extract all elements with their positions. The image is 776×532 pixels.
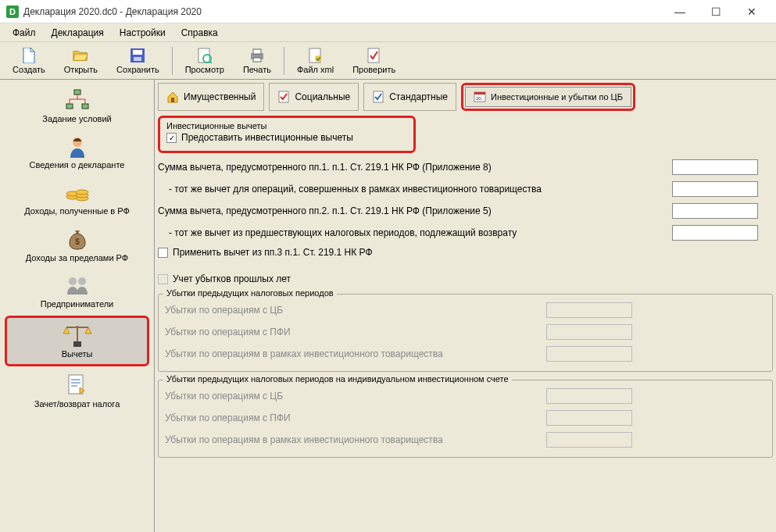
- new-file-icon: [21, 48, 37, 63]
- group-title-invest: Инвестиционные вычеты: [166, 121, 407, 130]
- label-deduction-1a: - тот же вычет для операций, совершенных…: [158, 184, 666, 195]
- input-loss-pfi: [546, 324, 632, 340]
- input-loss-it: [546, 346, 632, 362]
- svg-line-5: [209, 61, 212, 63]
- checkbox-apply-pp3-label: Применить вычет из пп.3 п.1. Ст. 219.1 Н…: [173, 247, 373, 258]
- menu-file[interactable]: Файл: [5, 25, 44, 41]
- tab-strip: Имущественный Социальные Стандартные 20.…: [158, 83, 773, 111]
- svg-point-22: [69, 277, 77, 285]
- input-deduction-1a[interactable]: [672, 181, 758, 197]
- print-icon: [249, 48, 265, 63]
- flowchart-icon: [63, 87, 91, 112]
- svg-rect-13: [66, 104, 73, 109]
- group-prev-losses: Убытки предыдущих налоговых периодов Убы…: [158, 294, 773, 372]
- svg-rect-11: [368, 48, 379, 62]
- app-icon: D: [6, 5, 19, 18]
- svg-text:20..: 20..: [476, 96, 484, 101]
- label-deduction-2a: - тот же вычет из предшествующих налогов…: [158, 227, 666, 238]
- menu-help[interactable]: Справка: [173, 25, 226, 41]
- tab-invest[interactable]: 20.. Инвестиционные и убытки по ЦБ: [465, 87, 631, 107]
- toolbar-create[interactable]: Создать: [5, 46, 53, 76]
- svg-rect-1: [133, 50, 142, 55]
- label-loss-it: Убытки по операциям в рамках инвестицион…: [165, 348, 540, 359]
- input-deduction-2[interactable]: [672, 203, 758, 219]
- checkbox-prev-losses[interactable]: [158, 274, 168, 284]
- tab-property[interactable]: Имущественный: [158, 83, 264, 111]
- svg-rect-8: [253, 58, 261, 62]
- toolbar-check[interactable]: Проверить: [345, 46, 403, 76]
- label-deduction-1: Сумма вычета, предусмотренного пп.1. п.1…: [158, 162, 666, 173]
- label-loss-iis-cb: Убытки по операциям с ЦБ: [165, 391, 540, 402]
- input-loss-iis-it: [546, 432, 632, 448]
- tab-social[interactable]: Социальные: [269, 83, 359, 111]
- sidebar-item-declarant[interactable]: Сведения о декларанте: [0, 129, 154, 175]
- people-icon: [64, 273, 91, 298]
- svg-point-20: [76, 190, 88, 195]
- svg-rect-35: [474, 92, 485, 95]
- svg-rect-14: [82, 104, 88, 109]
- sidebar-item-income-rf[interactable]: Доходы, полученные в РФ: [0, 175, 154, 221]
- sidebar-item-entrepreneurs[interactable]: Предприниматели: [0, 268, 154, 314]
- label-deduction-2: Сумма вычета, предусмотренного пп.2. п.1…: [158, 205, 666, 216]
- xml-file-icon: [308, 48, 324, 63]
- refund-doc-icon: [67, 373, 88, 398]
- toolbar-print[interactable]: Печать: [235, 46, 279, 76]
- check-doc-icon: [277, 91, 290, 103]
- minimize-button[interactable]: —: [662, 0, 698, 23]
- maximize-button[interactable]: ☐: [698, 0, 734, 23]
- group-title-prev-losses: Убытки предыдущих налоговых периодов: [163, 288, 337, 298]
- label-loss-iis-pfi: Убытки по операциям с ПФИ: [165, 412, 540, 423]
- svg-text:$: $: [75, 237, 80, 246]
- toolbar-preview[interactable]: Просмотр: [177, 46, 232, 76]
- svg-rect-12: [74, 90, 80, 95]
- label-loss-iis-it: Убытки по операциям в рамках инвестицион…: [165, 434, 540, 445]
- checkbox-provide-invest[interactable]: ✓: [166, 133, 177, 143]
- preview-icon: [197, 48, 213, 63]
- sidebar-item-offset-refund[interactable]: Зачет/возврат налога: [0, 368, 154, 414]
- coins-icon: [65, 180, 90, 205]
- svg-rect-7: [253, 49, 261, 54]
- titlebar: D Декларация 2020.dc0 - Декларация 2020 …: [0, 0, 776, 23]
- svg-rect-31: [171, 98, 174, 102]
- toolbar-xml[interactable]: Файл xml: [289, 46, 342, 76]
- input-deduction-2a[interactable]: [672, 225, 758, 241]
- checkbox-prev-losses-label: Учет убытков прошлых лет: [173, 273, 291, 284]
- input-loss-iis-pfi: [546, 410, 632, 426]
- house-icon: [166, 91, 179, 103]
- main-panel: Имущественный Социальные Стандартные 20.…: [155, 80, 776, 532]
- close-button[interactable]: ✕: [734, 0, 770, 23]
- menubar: Файл Декларация Настройки Справка: [0, 23, 776, 42]
- group-title-prev-losses-iis: Убытки предыдущих налоговых периодов на …: [163, 374, 512, 384]
- calendar-icon: 20..: [474, 91, 486, 103]
- toolbar: Создать Открыть Сохранить Просмотр Печат…: [0, 42, 776, 80]
- sidebar: Задание условий Сведения о декларанте До…: [0, 80, 155, 532]
- save-icon: [130, 48, 145, 63]
- person-icon: [66, 134, 89, 159]
- label-loss-pfi: Убытки по операциям с ПФИ: [165, 327, 540, 337]
- sidebar-item-conditions[interactable]: Задание условий: [0, 83, 154, 129]
- input-deduction-1[interactable]: [672, 159, 758, 175]
- svg-rect-2: [134, 57, 141, 61]
- sidebar-item-deductions[interactable]: Вычеты: [5, 316, 149, 366]
- check-icon: [367, 48, 382, 63]
- separator: [172, 47, 173, 75]
- scales-icon: [62, 323, 93, 348]
- toolbar-save[interactable]: Сохранить: [109, 46, 167, 76]
- input-loss-iis-cb: [546, 388, 632, 404]
- menu-settings[interactable]: Настройки: [112, 25, 173, 41]
- checkbox-apply-pp3[interactable]: [158, 248, 168, 258]
- group-prev-losses-iis: Убытки предыдущих налоговых периодов на …: [158, 380, 773, 458]
- svg-rect-26: [73, 341, 81, 347]
- tab-standard[interactable]: Стандартные: [363, 83, 456, 111]
- sidebar-item-income-foreign[interactable]: $ Доходы за пределами РФ: [0, 222, 154, 268]
- folder-open-icon: [73, 48, 88, 63]
- window-title: Декларация 2020.dc0 - Декларация 2020: [23, 6, 202, 17]
- money-bag-icon: $: [67, 227, 88, 252]
- svg-point-23: [78, 277, 86, 285]
- menu-declaration[interactable]: Декларация: [44, 25, 112, 41]
- label-loss-cb: Убытки по операциям с ЦБ: [165, 305, 540, 316]
- group-invest-deductions: Инвестиционные вычеты ✓ Предоставить инв…: [158, 116, 416, 153]
- toolbar-open[interactable]: Открыть: [56, 46, 105, 76]
- input-loss-cb: [546, 302, 632, 318]
- separator: [284, 47, 284, 75]
